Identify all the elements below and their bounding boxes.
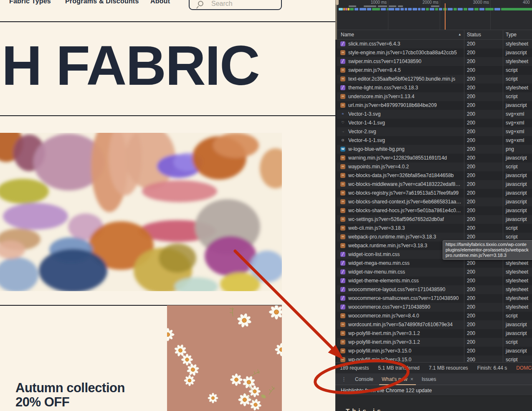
daisy-fabric-swatch	[167, 305, 282, 411]
request-status: 200	[467, 102, 475, 108]
request-name: widget-nav-menu.min.css	[348, 269, 461, 275]
nav-link-programs-discounts[interactable]: Programs & Discounts	[65, 0, 139, 5]
nav-link-about[interactable]: About	[150, 0, 170, 5]
search-input[interactable]: Search	[189, 0, 282, 10]
request-name: webpack-pro.runtime.min.js?ver=3.18.3	[348, 234, 461, 240]
tab-whats-new[interactable]: What's new×	[377, 373, 418, 385]
request-type: png	[506, 146, 514, 152]
js-file-icon: ‹›	[340, 190, 345, 195]
request-status: 200	[467, 313, 475, 319]
request-status: 200	[467, 111, 475, 117]
js-file-icon: ‹›	[340, 357, 345, 362]
request-status: 200	[467, 208, 475, 213]
request-status: 200	[467, 225, 475, 231]
request-status: 200	[467, 164, 475, 170]
js-file-icon: ‹›	[340, 331, 345, 336]
request-type: stylesheet	[506, 260, 528, 266]
js-file-icon: ‹›	[340, 243, 345, 248]
request-status: 200	[467, 278, 475, 284]
request-status: 200	[467, 234, 475, 240]
request-type: javascript	[506, 216, 527, 222]
fabric-site-panel: Fabric Types Programs & Discounts About …	[0, 0, 335, 411]
request-name: Vector-1-3.svg	[348, 111, 461, 117]
request-name: woocommerce-smallscreen.css?ver=17104385…	[348, 295, 461, 301]
js-file-icon: ‹›	[340, 199, 345, 204]
request-name: w-logo-blue-white-bg.png	[348, 146, 461, 152]
js-file-icon: ‹›	[340, 50, 345, 55]
wave-file-icon: ≈	[340, 112, 345, 117]
request-status: 200	[467, 339, 475, 345]
domcontentloaded-time: DOMCon	[512, 365, 532, 371]
request-status: 200	[467, 173, 475, 178]
request-type: script	[506, 164, 518, 170]
drawer-menu-icon[interactable]: ⋮	[335, 376, 351, 382]
network-overview-timeline[interactable]: 1000 ms2000 ms3000 ms400	[337, 0, 532, 30]
request-type: javascript	[506, 155, 527, 161]
request-status: 200	[467, 155, 475, 161]
request-type: svg+xml	[506, 129, 524, 134]
hero-divider	[0, 115, 335, 116]
tooltip-line: pro.runtime.min.js?ver=3.18.3	[446, 253, 532, 258]
heart-file-icon: ♡	[340, 120, 345, 125]
request-name: widget-mega-menu.min.css	[348, 260, 461, 266]
promo-line-1: Autumn collection	[15, 381, 125, 395]
request-status: 200	[467, 76, 475, 82]
resources-size: 7.1 MB resources	[424, 365, 473, 371]
panel-edge-handle	[336, 0, 339, 5]
request-type: javascript	[506, 102, 527, 108]
transferred-size: 5.1 MB transferred	[373, 365, 424, 371]
css-file-icon: ╱	[340, 41, 345, 46]
close-icon[interactable]: ×	[410, 376, 413, 382]
request-name: warning.min.js?ver=122829a085511691f14d	[348, 155, 461, 161]
request-status: 200	[467, 190, 475, 196]
request-status: 200	[467, 295, 475, 301]
js-file-icon: ‹›	[340, 68, 345, 73]
request-type: script	[506, 225, 518, 231]
hero-watercolor-image	[0, 133, 282, 291]
request-type: script	[506, 234, 518, 240]
js-file-icon: ‹›	[340, 340, 345, 345]
css-file-icon: ╱	[340, 296, 345, 301]
whats-new-header: Highlights from the Chrome 122 update	[335, 385, 532, 396]
whats-new-clipped-text: This is ...	[346, 407, 400, 411]
css-file-icon: ╱	[340, 269, 345, 274]
promo-text: Autumn collection 20% OFF	[15, 381, 125, 409]
request-name: text-editor.2c35aafbe5bf0e127950.bundle.…	[348, 76, 461, 82]
request-name: underscore.min.js?ver=1.13.4	[348, 94, 461, 99]
request-name: woocommerce.min.js?ver=8.4.0	[348, 313, 461, 319]
request-type: javascript	[506, 322, 527, 327]
request-status: 200	[467, 146, 475, 152]
request-name: url.min.js?ver=b4979979018b684be209	[348, 102, 461, 108]
request-type: stylesheet	[506, 58, 528, 64]
tab-issues[interactable]: Issues	[418, 373, 441, 385]
js-file-icon: ‹›	[340, 234, 345, 239]
person-file-icon: Ω	[340, 138, 345, 143]
request-status: 200	[467, 348, 475, 354]
request-status: 200	[467, 58, 475, 64]
css-file-icon: ╱	[340, 59, 345, 64]
request-type: javascript	[506, 330, 527, 336]
column-header-status[interactable]: Status	[467, 32, 481, 38]
wp-file-icon: W	[340, 147, 345, 152]
js-file-icon: ‹›	[340, 182, 345, 187]
request-name: wc-blocks-middleware.js?ver=ca04183222ed…	[348, 181, 461, 187]
request-type: script	[506, 357, 518, 362]
tab-whats-new-label: What's new	[382, 376, 408, 382]
request-status: 200	[467, 181, 475, 187]
request-name: theme-light.min.css?ver=3.18.3	[348, 85, 461, 91]
column-header-type[interactable]: Type	[506, 32, 517, 38]
request-type: javascript	[506, 208, 527, 213]
column-header-name[interactable]: Name	[341, 32, 354, 38]
network-summary-bar: 189 requests 5.1 MB transferred 7.1 MB r…	[335, 362, 532, 373]
nav-link-fabric-types[interactable]: Fabric Types	[9, 0, 51, 5]
request-status: 200	[467, 41, 475, 47]
request-status: 200	[467, 216, 475, 222]
timeline-event-marker	[445, 3, 446, 30]
tooltip-line: plugins/elementor-pro/assets/js/webpack	[446, 247, 532, 253]
promo-line-2: 20% OFF	[15, 395, 125, 409]
request-status: 200	[467, 287, 475, 292]
request-status: 200	[467, 129, 475, 134]
tab-console[interactable]: Console	[351, 373, 377, 385]
url-tooltip: https://familyfabrics.tixxio.com/wp-cont…	[443, 240, 532, 260]
request-name: wp-polyfill.min.js?ver=3.15.0	[348, 348, 461, 354]
